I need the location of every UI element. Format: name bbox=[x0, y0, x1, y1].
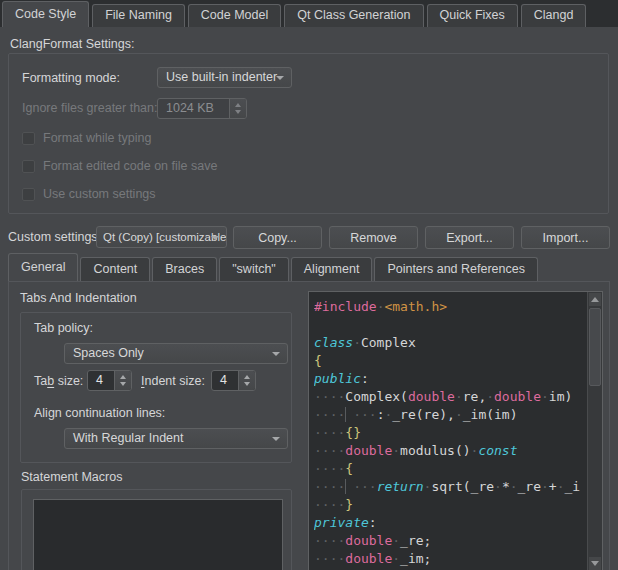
code-line bbox=[314, 316, 587, 334]
scroll-thumb[interactable] bbox=[589, 308, 601, 386]
spin-up-icon[interactable] bbox=[120, 375, 126, 379]
tab-general[interactable]: General bbox=[8, 253, 78, 281]
custom-settings-combo[interactable]: Qt (Copy) [customizable] bbox=[96, 226, 227, 248]
tab-qt-class-generation[interactable]: Qt Class Generation bbox=[284, 4, 423, 27]
tab-size-spinbox[interactable]: 4 bbox=[87, 370, 132, 391]
formatting-mode-combo[interactable]: Use built-in indenter bbox=[157, 67, 292, 88]
indent-size-spinbox[interactable]: 4 bbox=[211, 370, 256, 391]
custom-settings-buttons: Copy... Remove Export... Import... bbox=[233, 226, 610, 249]
code-line: ····Complex(double·re,·double·im) bbox=[314, 388, 587, 406]
code-preview-lines: #include·<math.h> class·Complex{public:·… bbox=[314, 298, 587, 570]
tab-alignment[interactable]: Alignment bbox=[291, 257, 373, 281]
spinner-arrows bbox=[229, 99, 246, 118]
tabs-and-indentation-group: Tab policy: Spaces Only Tab size: 4 Inde… bbox=[20, 312, 292, 463]
spinner-arrows[interactable] bbox=[114, 371, 131, 390]
align-continuation-value: With Regular Indent bbox=[73, 431, 183, 445]
tab-code-model[interactable]: Code Model bbox=[188, 4, 281, 27]
tab-braces[interactable]: Braces bbox=[152, 257, 217, 281]
code-preview[interactable]: #include·<math.h> class·Complex{public:·… bbox=[308, 291, 603, 570]
code-line: { bbox=[314, 352, 587, 370]
tabs-and-indentation-title: Tabs And Indentation bbox=[20, 291, 137, 305]
code-line: ····{} bbox=[314, 424, 587, 442]
spin-down-icon[interactable] bbox=[120, 382, 126, 386]
export-button[interactable]: Export... bbox=[425, 226, 514, 249]
tab-file-naming[interactable]: File Naming bbox=[92, 4, 185, 27]
spin-down-icon[interactable] bbox=[244, 382, 250, 386]
remove-button[interactable]: Remove bbox=[329, 226, 418, 249]
ignore-files-label: Ignore files greater than: bbox=[22, 101, 158, 115]
statement-macros-group bbox=[21, 489, 292, 570]
align-continuation-label: Align continuation lines: bbox=[34, 406, 165, 420]
format-on-save-checkbox: Format edited code on file save bbox=[22, 159, 217, 173]
scroll-down-icon bbox=[591, 561, 599, 566]
custom-settings-label: Custom settings: bbox=[8, 230, 101, 244]
code-line: ····} bbox=[314, 496, 587, 514]
chevron-down-icon bbox=[272, 437, 280, 441]
tab-policy-value: Spaces Only bbox=[73, 346, 144, 360]
tab-clangd[interactable]: Clangd bbox=[521, 4, 587, 27]
tab-pointers-and-references[interactable]: Pointers and References bbox=[374, 257, 538, 281]
code-line: ····double·modulus()·const bbox=[314, 442, 587, 460]
tab-size-label: Tab size: bbox=[34, 374, 83, 388]
code-line: public: bbox=[314, 370, 587, 388]
checkbox-icon bbox=[22, 132, 35, 145]
code-line: private: bbox=[314, 514, 587, 532]
scroll-up-icon bbox=[591, 297, 599, 302]
code-line: ····double·_re; bbox=[314, 532, 587, 550]
tab-switch[interactable]: "switch" bbox=[219, 257, 289, 281]
spinner-arrows[interactable] bbox=[238, 371, 255, 390]
style-tab-bar: General Content Braces "switch" Alignmen… bbox=[8, 253, 540, 281]
tab-policy-label: Tab policy: bbox=[34, 321, 93, 335]
checkbox-label: Format while typing bbox=[43, 131, 151, 145]
checkbox-label: Use custom settings bbox=[43, 187, 156, 201]
tab-code-style[interactable]: Code Style bbox=[2, 1, 89, 27]
code-line: ···· ···return·sqrt(_re·*·_re·+·_i bbox=[314, 478, 587, 496]
format-while-typing-checkbox: Format while typing bbox=[22, 131, 151, 145]
code-line: ····double·_im; bbox=[314, 550, 587, 568]
statement-macros-textarea[interactable] bbox=[33, 499, 283, 570]
scroll-down-button[interactable] bbox=[589, 557, 601, 570]
import-button[interactable]: Import... bbox=[521, 226, 610, 249]
formatting-mode-value: Use built-in indenter bbox=[166, 70, 277, 84]
preview-scrollbar[interactable] bbox=[587, 292, 602, 570]
tab-size-value: 4 bbox=[88, 371, 114, 390]
settings-tab-bar: Code Style File Naming Code Model Qt Cla… bbox=[0, 0, 618, 27]
custom-settings-value: Qt (Copy) [customizable] bbox=[103, 231, 227, 243]
clangformat-settings-title: ClangFormat Settings: bbox=[10, 37, 134, 51]
spin-up-icon bbox=[235, 103, 241, 107]
formatting-mode-label: Formatting mode: bbox=[22, 71, 120, 85]
tab-quick-fixes[interactable]: Quick Fixes bbox=[427, 4, 518, 27]
ignore-files-value: 1024 KB bbox=[158, 99, 229, 118]
code-style-page: ClangFormat Settings: Formatting mode: U… bbox=[0, 27, 618, 570]
checkbox-label: Format edited code on file save bbox=[43, 159, 217, 173]
statement-macros-title: Statement Macros bbox=[21, 470, 122, 484]
code-line: ···· ···:·_re(re),·_im(im) bbox=[314, 406, 587, 424]
spin-up-icon[interactable] bbox=[244, 375, 250, 379]
chevron-down-icon bbox=[211, 236, 219, 240]
indent-size-value: 4 bbox=[212, 371, 238, 390]
indent-size-label: Indent size: bbox=[141, 374, 205, 388]
chevron-down-icon bbox=[276, 76, 284, 80]
code-line: #include·<math.h> bbox=[314, 298, 587, 316]
tab-content[interactable]: Content bbox=[80, 257, 150, 281]
spin-down-icon bbox=[235, 110, 241, 114]
use-custom-settings-checkbox: Use custom settings bbox=[22, 187, 156, 201]
checkbox-icon bbox=[22, 160, 35, 173]
tab-policy-combo[interactable]: Spaces Only bbox=[64, 343, 288, 364]
chevron-down-icon bbox=[272, 352, 280, 356]
copy-button[interactable]: Copy... bbox=[233, 226, 322, 249]
scroll-up-button[interactable] bbox=[589, 293, 601, 306]
align-continuation-combo[interactable]: With Regular Indent bbox=[64, 428, 288, 449]
code-line: class·Complex bbox=[314, 334, 587, 352]
code-line: ····{ bbox=[314, 460, 587, 478]
checkbox-icon bbox=[22, 188, 35, 201]
ignore-files-spinbox: 1024 KB bbox=[157, 98, 247, 119]
